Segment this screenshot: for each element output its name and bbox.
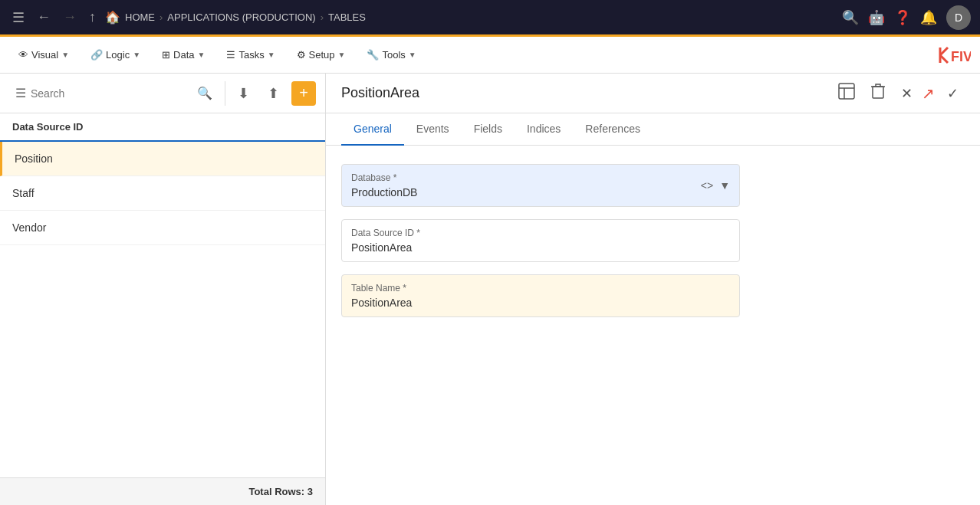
nav-tools[interactable]: 🔧 Tools ▼ bbox=[357, 44, 425, 65]
add-button[interactable]: + bbox=[291, 81, 316, 106]
nav-data[interactable]: ⊞ Data ▼ bbox=[153, 44, 214, 65]
data-icon: ⊞ bbox=[162, 49, 170, 61]
nav-setup[interactable]: ⚙ Setup ▼ bbox=[288, 44, 355, 65]
user-avatar[interactable]: D bbox=[946, 5, 971, 30]
search-input[interactable] bbox=[31, 87, 192, 100]
back-icon[interactable]: ← bbox=[34, 6, 54, 28]
breadcrumb-applications[interactable]: APPLICATIONS (PRODUCTION) bbox=[167, 11, 315, 23]
table-view-button[interactable] bbox=[832, 80, 861, 107]
download-icon[interactable]: ⬇ bbox=[232, 82, 255, 105]
five-logo: FIVE bbox=[934, 44, 971, 66]
tasks-icon: ☰ bbox=[226, 49, 235, 61]
visual-arrow: ▼ bbox=[61, 51, 69, 59]
upload-icon[interactable]: ⬆ bbox=[261, 82, 285, 105]
form-content: Database * ProductionDB <> ▼ Data Source… bbox=[326, 146, 980, 505]
home-icon: 🏠 bbox=[105, 10, 120, 25]
nav-visual[interactable]: 👁 Visual ▼ bbox=[9, 44, 78, 65]
sidebar-header: Data Source ID bbox=[0, 113, 325, 142]
tab-general[interactable]: General bbox=[341, 113, 404, 146]
tasks-arrow: ▼ bbox=[268, 51, 275, 59]
database-field-group: Database * ProductionDB <> ▼ bbox=[341, 164, 965, 207]
tab-events[interactable]: Events bbox=[404, 113, 462, 146]
main-area: ☰ 🔍 ⬇ ⬆ + Data Source ID Position Staff … bbox=[0, 74, 980, 505]
save-arrow-indicator: ↗ bbox=[922, 84, 935, 103]
logic-arrow: ▼ bbox=[133, 51, 140, 59]
breadcrumb-tables[interactable]: TABLES bbox=[328, 11, 366, 23]
bell-icon[interactable]: 🔔 bbox=[920, 9, 937, 26]
table-name-label: Table Name * bbox=[351, 283, 730, 293]
svg-rect-4 bbox=[839, 84, 854, 99]
data-arrow: ▼ bbox=[198, 51, 206, 59]
setup-icon: ⚙ bbox=[297, 49, 306, 61]
search-icon: ☰ bbox=[15, 86, 26, 100]
breadcrumb-home[interactable]: HOME bbox=[125, 11, 155, 23]
sidebar-item-position[interactable]: Position bbox=[0, 142, 325, 176]
close-button[interactable]: ✕ bbox=[895, 82, 919, 105]
code-icon[interactable]: <> bbox=[701, 179, 713, 192]
search-container: ☰ 🔍 bbox=[9, 83, 219, 103]
table-icon bbox=[838, 83, 855, 100]
tab-fields[interactable]: Fields bbox=[462, 113, 515, 146]
search-magnifier-icon[interactable]: 🔍 bbox=[197, 86, 212, 100]
sidebar-toolbar: ☰ 🔍 ⬇ ⬆ + bbox=[0, 74, 325, 113]
tab-references[interactable]: References bbox=[573, 113, 653, 146]
database-field: Database * ProductionDB <> ▼ bbox=[341, 164, 740, 207]
datasource-id-label: Data Source ID * bbox=[351, 228, 730, 238]
up-icon[interactable]: ↑ bbox=[86, 6, 99, 28]
content-actions: ✕ ↗ ✓ bbox=[832, 80, 965, 107]
database-value: ProductionDB bbox=[351, 186, 417, 198]
menu-icon[interactable]: ☰ bbox=[9, 6, 28, 29]
robot-icon[interactable]: 🤖 bbox=[868, 9, 885, 26]
top-bar-actions: 🔍 🤖 ❓ 🔔 D bbox=[842, 5, 971, 30]
nav-items: 👁 Visual ▼ 🔗 Logic ▼ ⊞ Data ▼ ☰ Tasks ▼ … bbox=[9, 44, 426, 65]
top-bar: ☰ ← → ↑ 🏠 HOME › APPLICATIONS (PRODUCTIO… bbox=[0, 0, 980, 37]
content-panel: PositionArea ✕ ↗ bbox=[326, 74, 980, 505]
tools-icon: 🔧 bbox=[367, 49, 379, 61]
sidebar-item-vendor[interactable]: Vendor bbox=[0, 211, 325, 245]
help-icon[interactable]: ❓ bbox=[894, 9, 911, 26]
sidebar: ☰ 🔍 ⬇ ⬆ + Data Source ID Position Staff … bbox=[0, 74, 326, 505]
save-button[interactable]: ✓ bbox=[941, 82, 965, 105]
tab-indices[interactable]: Indices bbox=[515, 113, 573, 146]
chevron-down-icon[interactable]: ▼ bbox=[719, 179, 730, 192]
nav-logic[interactable]: 🔗 Logic ▼ bbox=[81, 44, 150, 65]
database-label: Database * bbox=[351, 172, 417, 183]
trash-icon bbox=[870, 83, 886, 100]
svg-text:FIVE: FIVE bbox=[951, 49, 971, 64]
nav-tasks[interactable]: ☰ Tasks ▼ bbox=[217, 44, 284, 65]
toolbar-separator bbox=[225, 81, 225, 106]
visual-icon: 👁 bbox=[18, 49, 28, 61]
setup-arrow: ▼ bbox=[338, 51, 346, 59]
tabs: General Events Fields Indices References bbox=[326, 113, 980, 146]
chat-icon[interactable]: 🔍 bbox=[842, 9, 859, 26]
five-logo-svg: FIVE bbox=[934, 44, 971, 66]
forward-icon[interactable]: → bbox=[60, 6, 80, 28]
datasource-id-group: Data Source ID * bbox=[341, 219, 965, 262]
sidebar-item-staff[interactable]: Staff bbox=[0, 176, 325, 211]
database-field-inner: Database * ProductionDB bbox=[351, 172, 417, 198]
table-name-group: Table Name * bbox=[341, 274, 965, 317]
content-title: PositionArea bbox=[341, 85, 419, 101]
svg-rect-7 bbox=[873, 87, 883, 98]
tools-arrow: ▼ bbox=[409, 51, 416, 59]
breadcrumb: 🏠 HOME › APPLICATIONS (PRODUCTION) › TAB… bbox=[105, 10, 836, 25]
secondary-nav: 👁 Visual ▼ 🔗 Logic ▼ ⊞ Data ▼ ☰ Tasks ▼ … bbox=[0, 37, 980, 74]
table-name-input[interactable] bbox=[351, 297, 730, 309]
logic-icon: 🔗 bbox=[90, 49, 103, 61]
delete-button[interactable] bbox=[864, 80, 892, 107]
database-field-icons[interactable]: <> ▼ bbox=[701, 179, 730, 192]
datasource-id-input[interactable] bbox=[351, 241, 730, 254]
sidebar-list: Position Staff Vendor bbox=[0, 142, 325, 477]
content-header: PositionArea ✕ ↗ bbox=[326, 74, 980, 113]
sidebar-footer: Total Rows: 3 bbox=[0, 477, 325, 505]
